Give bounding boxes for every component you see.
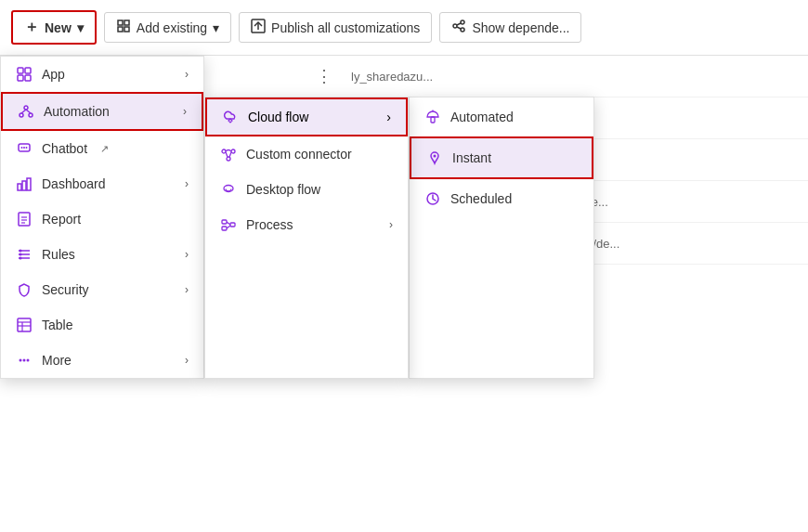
dependencies-icon — [451, 19, 466, 36]
automation-chevron: › — [183, 105, 187, 118]
app-label: App — [42, 67, 65, 82]
svg-point-15 — [24, 106, 28, 110]
svg-point-22 — [23, 147, 25, 149]
table-icon — [16, 317, 33, 333]
process-chevron: › — [389, 218, 393, 231]
menu-item-dashboard[interactable]: Dashboard › — [1, 166, 203, 201]
automation-label: Automation — [44, 104, 110, 119]
show-dependencies-button[interactable]: Show depende... — [439, 12, 581, 43]
svg-point-16 — [20, 113, 23, 117]
svg-rect-14 — [25, 75, 31, 81]
svg-rect-26 — [27, 178, 31, 190]
svg-line-19 — [26, 110, 31, 113]
svg-rect-0 — [118, 20, 123, 25]
dropdown-layer: App › Automation — [0, 56, 594, 379]
rules-chevron: › — [185, 248, 189, 261]
plus-icon: ＋ — [24, 18, 39, 37]
chatbot-icon — [16, 140, 33, 157]
menu-item-automation[interactable]: Automation › — [1, 92, 203, 131]
more-icon — [16, 352, 33, 369]
svg-rect-25 — [22, 181, 26, 190]
svg-line-10 — [457, 27, 461, 29]
svg-line-9 — [457, 23, 461, 25]
menu-item-security[interactable]: Security › — [1, 272, 203, 307]
security-icon — [16, 281, 33, 298]
svg-point-36 — [20, 257, 22, 260]
desktop-flow-label: Desktop flow — [246, 182, 320, 197]
svg-rect-37 — [18, 318, 31, 331]
menu-level-3: Automated Instant — [409, 97, 594, 379]
cloud-flow-header[interactable]: Cloud flow › — [205, 97, 408, 136]
chevron-down-icon-2: ▾ — [213, 20, 219, 35]
svg-rect-52 — [230, 223, 235, 227]
more-label: More — [42, 353, 72, 368]
menu-level-2: Cloud flow › — [204, 97, 409, 379]
new-label: New — [45, 20, 72, 35]
svg-point-57 — [434, 155, 437, 158]
svg-point-42 — [23, 359, 26, 362]
rules-icon — [16, 246, 33, 263]
menu-item-table[interactable]: Table — [1, 307, 203, 343]
svg-rect-1 — [124, 20, 129, 25]
cloud-flow-icon — [222, 109, 239, 125]
svg-point-23 — [26, 147, 28, 149]
dashboard-icon — [16, 175, 33, 192]
svg-line-48 — [229, 152, 231, 157]
scheduled-icon — [424, 190, 441, 207]
svg-rect-13 — [18, 75, 23, 81]
chevron-down-icon: ▾ — [77, 20, 84, 35]
svg-point-44 — [222, 149, 226, 153]
more-chevron: › — [185, 354, 189, 367]
menu-item-automated[interactable]: Automated — [410, 97, 593, 136]
svg-point-7 — [461, 20, 464, 24]
svg-rect-11 — [18, 68, 23, 73]
svg-point-35 — [20, 253, 22, 256]
new-button[interactable]: ＋ New ▾ — [11, 10, 97, 45]
menu-item-rules[interactable]: Rules › — [1, 237, 203, 272]
menu-item-chatbot[interactable]: Chatbot ↗ — [1, 131, 203, 166]
svg-point-46 — [227, 157, 230, 161]
show-dependencies-label: Show depende... — [472, 20, 569, 35]
svg-line-18 — [21, 110, 26, 113]
menu-item-desktop-flow[interactable]: Desktop flow — [205, 172, 408, 207]
add-existing-button[interactable]: Add existing ▾ — [104, 12, 231, 43]
app-chevron: › — [185, 68, 189, 81]
menu-item-scheduled[interactable]: Scheduled — [410, 179, 593, 218]
scheduled-label: Scheduled — [450, 191, 512, 206]
menu-item-more[interactable]: More › — [1, 343, 203, 378]
menu-item-instant[interactable]: Instant — [410, 136, 593, 179]
publish-label: Publish all customizations — [271, 20, 420, 35]
menu-item-custom-connector[interactable]: Custom connector — [205, 136, 408, 172]
svg-point-34 — [20, 250, 22, 253]
svg-point-21 — [21, 147, 23, 149]
rules-label: Rules — [42, 247, 75, 262]
svg-rect-12 — [25, 68, 31, 73]
automated-label: Automated — [450, 110, 514, 124]
svg-line-47 — [226, 152, 228, 157]
svg-rect-24 — [18, 184, 21, 190]
publish-button[interactable]: Publish all customizations — [239, 12, 432, 43]
svg-rect-55 — [431, 117, 435, 123]
instant-icon — [426, 149, 443, 166]
app-icon — [16, 66, 33, 83]
svg-point-41 — [20, 359, 22, 362]
svg-rect-3 — [124, 27, 129, 32]
svg-rect-2 — [118, 27, 123, 32]
instant-label: Instant — [452, 150, 491, 165]
svg-point-17 — [29, 113, 33, 117]
main-area: ⋮ ly_sharedazu... ⋮ Basic ⋮ ly_demoenti.… — [0, 56, 808, 532]
report-icon — [16, 211, 33, 227]
menu-level-1: App › Automation — [0, 56, 204, 379]
svg-rect-51 — [222, 227, 227, 230]
menu-item-process[interactable]: Process › — [205, 207, 408, 242]
chatbot-label: Chatbot — [42, 141, 87, 156]
table-label: Table — [42, 318, 72, 332]
security-label: Security — [42, 282, 89, 297]
svg-rect-50 — [222, 220, 227, 224]
cloud-flow-label: Cloud flow — [248, 110, 308, 124]
process-label: Process — [246, 217, 293, 232]
svg-point-45 — [231, 149, 235, 153]
menu-item-app[interactable]: App › — [1, 57, 203, 92]
custom-connector-label: Custom connector — [246, 147, 352, 162]
menu-item-report[interactable]: Report — [1, 201, 203, 237]
